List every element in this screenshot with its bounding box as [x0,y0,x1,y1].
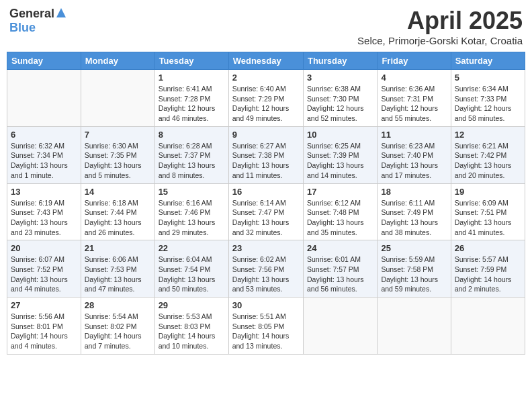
day-number: 1 [159,73,225,83]
day-number: 20 [11,243,77,253]
day-number: 21 [85,243,151,253]
calendar-cell [451,298,525,355]
day-info: Sunrise: 6:32 AM Sunset: 7:34 PM Dayligh… [11,141,77,181]
day-number: 25 [381,243,447,253]
calendar-cell: 4Sunrise: 6:36 AM Sunset: 7:31 PM Daylig… [378,70,451,127]
day-info: Sunrise: 6:41 AM Sunset: 7:28 PM Dayligh… [159,84,225,124]
calendar-cell: 21Sunrise: 6:06 AM Sunset: 7:53 PM Dayli… [81,240,154,298]
day-info: Sunrise: 6:28 AM Sunset: 7:37 PM Dayligh… [159,141,225,181]
day-number: 10 [307,130,373,140]
calendar-week-row: 6Sunrise: 6:32 AM Sunset: 7:34 PM Daylig… [7,126,525,183]
day-info: Sunrise: 5:51 AM Sunset: 8:05 PM Dayligh… [232,312,300,351]
day-info: Sunrise: 6:06 AM Sunset: 7:53 PM Dayligh… [85,255,151,294]
day-info: Sunrise: 6:18 AM Sunset: 7:44 PM Dayligh… [85,198,151,238]
day-info: Sunrise: 6:40 AM Sunset: 7:29 PM Dayligh… [232,84,300,124]
calendar-cell: 23Sunrise: 6:02 AM Sunset: 7:56 PM Dayli… [228,240,303,298]
day-info: Sunrise: 5:53 AM Sunset: 8:03 PM Dayligh… [159,312,225,351]
day-number: 12 [455,130,521,140]
calendar-week-row: 20Sunrise: 6:07 AM Sunset: 7:52 PM Dayli… [7,240,525,298]
day-number: 4 [381,73,447,83]
day-number: 27 [11,300,77,310]
calendar-cell: 15Sunrise: 6:16 AM Sunset: 7:46 PM Dayli… [154,183,228,240]
calendar-cell [378,298,451,355]
day-info: Sunrise: 6:01 AM Sunset: 7:57 PM Dayligh… [307,255,373,294]
day-number: 16 [232,187,300,197]
calendar-cell: 30Sunrise: 5:51 AM Sunset: 8:05 PM Dayli… [228,298,303,355]
location: Selce, Primorje-Gorski Kotar, Croatia [357,35,523,46]
calendar-week-row: 1Sunrise: 6:41 AM Sunset: 7:28 PM Daylig… [7,70,525,127]
calendar-cell: 3Sunrise: 6:38 AM Sunset: 7:30 PM Daylig… [303,70,377,127]
day-number: 14 [85,187,151,197]
title-block: April 2025 Selce, Primorje-Gorski Kotar,… [357,7,523,46]
calendar-cell: 13Sunrise: 6:19 AM Sunset: 7:43 PM Dayli… [7,183,81,240]
svg-marker-0 [56,8,66,17]
weekday-header-friday: Friday [378,52,451,70]
day-number: 23 [232,243,300,253]
day-info: Sunrise: 6:21 AM Sunset: 7:42 PM Dayligh… [455,141,521,181]
calendar-cell: 16Sunrise: 6:14 AM Sunset: 7:47 PM Dayli… [228,183,303,240]
calendar-cell: 11Sunrise: 6:23 AM Sunset: 7:40 PM Dayli… [378,126,451,183]
day-info: Sunrise: 6:16 AM Sunset: 7:46 PM Dayligh… [159,198,225,238]
day-number: 19 [455,187,521,197]
calendar-cell: 12Sunrise: 6:21 AM Sunset: 7:42 PM Dayli… [451,126,525,183]
day-number: 6 [11,130,77,140]
day-number: 22 [159,243,225,253]
day-info: Sunrise: 6:09 AM Sunset: 7:51 PM Dayligh… [455,198,521,238]
calendar-cell: 20Sunrise: 6:07 AM Sunset: 7:52 PM Dayli… [7,240,81,298]
day-info: Sunrise: 6:04 AM Sunset: 7:54 PM Dayligh… [159,255,225,294]
weekday-header-wednesday: Wednesday [228,52,303,70]
day-info: Sunrise: 6:14 AM Sunset: 7:47 PM Dayligh… [232,198,300,238]
day-info: Sunrise: 6:23 AM Sunset: 7:40 PM Dayligh… [381,141,447,181]
day-info: Sunrise: 6:25 AM Sunset: 7:39 PM Dayligh… [307,141,373,181]
calendar-cell [81,70,154,127]
day-info: Sunrise: 5:59 AM Sunset: 7:58 PM Dayligh… [381,255,447,294]
calendar-cell: 5Sunrise: 6:34 AM Sunset: 7:33 PM Daylig… [451,70,525,127]
day-number: 7 [85,130,151,140]
calendar-cell: 2Sunrise: 6:40 AM Sunset: 7:29 PM Daylig… [228,70,303,127]
day-info: Sunrise: 6:38 AM Sunset: 7:30 PM Dayligh… [307,84,373,124]
day-info: Sunrise: 5:54 AM Sunset: 8:02 PM Dayligh… [85,312,151,351]
day-number: 15 [159,187,225,197]
calendar-cell: 1Sunrise: 6:41 AM Sunset: 7:28 PM Daylig… [154,70,228,127]
calendar-cell: 27Sunrise: 5:56 AM Sunset: 8:01 PM Dayli… [7,298,81,355]
calendar-cell: 10Sunrise: 6:25 AM Sunset: 7:39 PM Dayli… [303,126,377,183]
day-info: Sunrise: 6:12 AM Sunset: 7:48 PM Dayligh… [307,198,373,238]
calendar-cell: 7Sunrise: 6:30 AM Sunset: 7:35 PM Daylig… [81,126,154,183]
weekday-header-thursday: Thursday [303,52,377,70]
day-number: 2 [232,73,300,83]
day-number: 18 [381,187,447,197]
calendar-cell: 17Sunrise: 6:12 AM Sunset: 7:48 PM Dayli… [303,183,377,240]
calendar-cell [303,298,377,355]
calendar-cell: 26Sunrise: 5:57 AM Sunset: 7:59 PM Dayli… [451,240,525,298]
logo-triangle-icon [56,7,66,21]
day-info: Sunrise: 6:34 AM Sunset: 7:33 PM Dayligh… [455,84,521,124]
day-number: 13 [11,187,77,197]
day-info: Sunrise: 6:36 AM Sunset: 7:31 PM Dayligh… [381,84,447,124]
calendar-cell: 29Sunrise: 5:53 AM Sunset: 8:03 PM Dayli… [154,298,228,355]
day-info: Sunrise: 6:27 AM Sunset: 7:38 PM Dayligh… [232,141,300,181]
day-number: 9 [232,130,300,140]
day-number: 24 [307,243,373,253]
day-number: 3 [307,73,373,83]
calendar-cell: 22Sunrise: 6:04 AM Sunset: 7:54 PM Dayli… [154,240,228,298]
day-info: Sunrise: 5:56 AM Sunset: 8:01 PM Dayligh… [11,312,77,351]
calendar-cell: 14Sunrise: 6:18 AM Sunset: 7:44 PM Dayli… [81,183,154,240]
month-title: April 2025 [357,7,523,35]
day-info: Sunrise: 6:07 AM Sunset: 7:52 PM Dayligh… [11,255,77,294]
logo-general: General [9,7,54,21]
weekday-header-monday: Monday [81,52,154,70]
day-info: Sunrise: 6:11 AM Sunset: 7:49 PM Dayligh… [381,198,447,238]
weekday-header-sunday: Sunday [7,52,81,70]
weekday-header-row: SundayMondayTuesdayWednesdayThursdayFrid… [7,52,525,70]
calendar-cell: 8Sunrise: 6:28 AM Sunset: 7:37 PM Daylig… [154,126,228,183]
day-number: 29 [159,300,225,310]
logo: General Blue [9,7,66,35]
day-number: 17 [307,187,373,197]
day-number: 5 [455,73,521,83]
calendar-cell: 18Sunrise: 6:11 AM Sunset: 7:49 PM Dayli… [378,183,451,240]
day-info: Sunrise: 6:30 AM Sunset: 7:35 PM Dayligh… [85,141,151,181]
logo-blue: Blue [9,21,36,34]
day-number: 28 [85,300,151,310]
calendar-table: SundayMondayTuesdayWednesdayThursdayFrid… [7,52,525,355]
calendar-cell: 9Sunrise: 6:27 AM Sunset: 7:38 PM Daylig… [228,126,303,183]
